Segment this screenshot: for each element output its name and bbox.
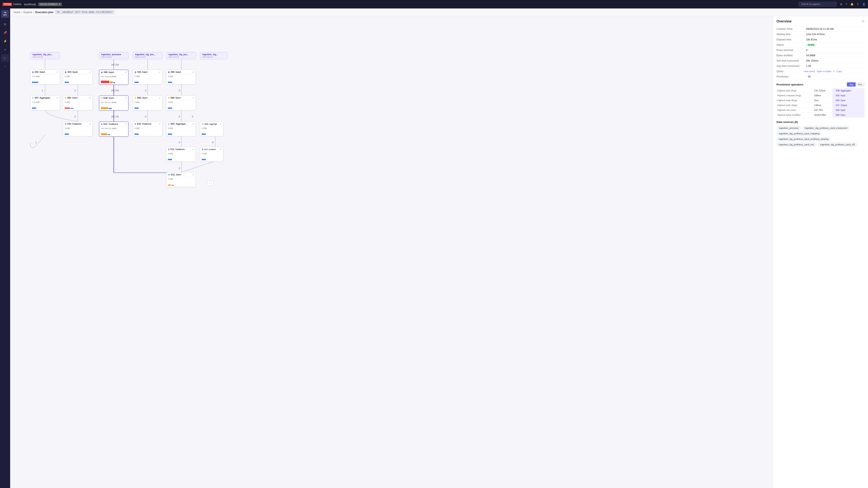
panel-header: Overview ↻ — [776, 20, 865, 23]
sidebar-icon-flow[interactable]: ⚡ — [1, 37, 9, 45]
copy-icon[interactable]: ⎘ — [833, 70, 835, 73]
status-label: Status: — [776, 44, 806, 46]
count-247763-2: 247,763 — [111, 89, 119, 92]
avg-slots-label: Avg slots consumed: — [776, 64, 806, 67]
svg-line-16 — [181, 161, 215, 172]
apps-icon[interactable]: ⠿ — [857, 3, 859, 6]
node-S1B[interactable]: ⇅ S1B: Sort+✓ 247,763 (17.4MiB) — [99, 95, 128, 111]
breadcrumb-current: Execution plan — [35, 11, 53, 14]
refresh-icon[interactable]: ↻ — [862, 20, 865, 23]
processes-row: Processes: 30 — [776, 74, 865, 79]
node-S03[interactable]: ◉ S03: Input✓ 0 (0B) — [63, 69, 93, 84]
count-0-s0c: 0 — [179, 116, 180, 118]
node-S07[interactable]: ⬡ S07: Aggregate✓ 1 (1.00B) — [30, 95, 60, 110]
metric-row-2: Highest read (Avg): 5ms S06: Input — [776, 98, 865, 103]
avg-toggle[interactable]: Avg — [847, 82, 856, 87]
right-panel: Overview ↻ Creation Time: 09/06/2023 02:… — [773, 16, 868, 488]
metrics-table: Highest wait (Avg): 13s 715ms S0B: Aggre… — [776, 88, 865, 117]
sidebar-icon-query[interactable]: ▷ — [1, 54, 9, 62]
metric-chip-0: S0B: Aggregate+ — [834, 89, 854, 92]
sidebar-icon-more[interactable]: ⋯ — [1, 63, 9, 70]
datasource-chip-4: ingestion_stg_protheus_carol_se1 — [776, 142, 817, 147]
node-S11[interactable]: ⊕ S11: Coalesce✓ 0 (0B) — [166, 147, 196, 162]
datasource-chip-5: ingestion_stg_protheus_carol_sf2 — [818, 142, 858, 147]
user-icon[interactable]: 👤 — [862, 3, 865, 6]
count-0-s15: 0 — [74, 116, 76, 118]
node-S0C[interactable]: ⬡ S0C: Aggregat...✓ 0 (0B) — [166, 121, 196, 136]
search-bar[interactable]: Ctrl+K to search... — [799, 2, 837, 7]
node-S0F[interactable]: ⇅ S0F: Sort+✓ 0 (0B) — [63, 95, 93, 110]
metric-label-0: Highest wait (Avg): — [776, 88, 813, 93]
sidebar-icon-table[interactable]: ≡ — [1, 46, 9, 53]
sidebar-icon-pin[interactable]: 📌 — [1, 29, 9, 36]
view-query-link[interactable]: View query — [804, 70, 815, 73]
bytes-shuffled-label: Bytes shuffled: — [776, 54, 806, 57]
slot-time-value: 28s 154ms — [806, 59, 818, 62]
node-S08[interactable]: ⇅ S08: Sort+✓ 0 (0B) — [166, 95, 196, 110]
datasource-chip-3: ingestion_stg_protheus_carol_protheus_sh… — [776, 137, 831, 141]
breadcrumb: Home / Explore / Execution plan ID: e664… — [10, 8, 868, 16]
datasources-section: Data sources (6) ingestion_arinvoice ing… — [776, 120, 865, 147]
node-S04[interactable]: ◉ S04: Input✓ 0 (0B) — [133, 69, 162, 84]
node-S12[interactable]: ⋈ S12: Join+✓ 0 (0B) — [166, 172, 196, 187]
count-1-bottom: 1 — [35, 141, 37, 144]
node-S15[interactable]: ⊕ S15: Coalesce✓ 0 (0B) — [63, 121, 93, 136]
sidebar-icon-grid[interactable]: ⊞ — [1, 20, 9, 28]
copy-link[interactable]: Copy — [837, 70, 842, 73]
processes-label: Processes: — [776, 75, 806, 78]
breadcrumb-explore[interactable]: Explore — [24, 11, 32, 14]
max-toggle[interactable]: Max — [856, 82, 865, 87]
elapsed-time-label: Elapsed time: — [776, 38, 806, 41]
metric-chip-2: S06: Input — [834, 99, 847, 102]
elapsed-time-value: 18s 81ms — [806, 38, 817, 41]
open-in-editor-link[interactable]: Open in Editor — [817, 70, 831, 73]
breadcrumb-home[interactable]: Home — [13, 11, 20, 14]
node-S0D[interactable]: ⬡ S0D: Aggrega✓ 0 (0B) — [200, 121, 223, 136]
node-S1C[interactable]: ⊕ S1C: Coalesce✓ 247,763 (17.4MiB) — [99, 121, 128, 137]
datasource-chip-0: ingestion_arinvoice — [776, 126, 801, 130]
avg-slots-value: 1.56 — [806, 64, 811, 67]
count-0-s08: 0 — [179, 89, 180, 92]
count-0-s12: 0 — [179, 167, 180, 170]
count-0-s16: 0 — [145, 116, 146, 118]
count-1: 1 — [42, 89, 43, 92]
datasources-list: ingestion_arinvoice ingestion_stg_prothe… — [776, 125, 865, 147]
metric-chip-4: S06: Input — [834, 109, 847, 112]
node-S00[interactable]: ◉ S00: Input✓ 0 (0B) — [166, 69, 196, 84]
node-S06[interactable]: ◉ S06: Input✓ 247,763 (19.8MiB) — [99, 69, 128, 85]
rows-returned-value: 0 — [806, 49, 808, 52]
bell-icon[interactable]: 🔔 — [850, 3, 854, 6]
fullscreen-button[interactable]: ⛶ — [208, 180, 213, 185]
panel-title: Overview — [776, 20, 792, 23]
processes-value: 30 — [808, 75, 810, 78]
node-S02[interactable]: ◉ S02: Input✓ 0 (1.00B) — [30, 69, 60, 84]
datasource-chip-1: ingestion_stg_protheus_carol_invoicexml — [803, 126, 849, 130]
count-0-s0d: 0 — [192, 116, 193, 118]
main-layout: TEDEV ⊞ 📌 ⚡ ≡ ▷ ⋯ Home / Explore / Execu… — [0, 8, 868, 488]
node-S0E[interactable]: ⇅ S0E: Sort+✓ 0 (0B) — [133, 95, 162, 110]
execution-id: ID: e66485a7-25f7-4fed-b60e-72c130328617 — [55, 10, 115, 14]
metric-row-0: Highest wait (Avg): 13s 715ms S0B: Aggre… — [776, 88, 865, 93]
slot-time-label: Slot time consumed: — [776, 59, 806, 62]
rows-returned-label: Rows returned: — [776, 49, 806, 52]
count-247763-3: 247,763 — [111, 116, 119, 118]
creation-time-label: Creation Time: — [776, 28, 806, 30]
datasource-chip-2: ingestion_stg_protheus_carol_mapping — [776, 132, 822, 136]
metric-row-5: Highest bytes shuffled: 20,812,092 S06: … — [776, 113, 865, 117]
help-icon[interactable]: ? — [845, 3, 847, 6]
grid-icon[interactable]: ⊞ — [840, 3, 842, 6]
graph-canvas[interactable]: ingestion_stg_pro... Data Source ingesti… — [10, 16, 773, 488]
node-S16[interactable]: ⊕ S16: Coalesce✓ 0 (0B) — [133, 121, 162, 136]
waiting-time-value: 1min 53s 874ms — [806, 33, 825, 36]
logo: TOTVS CAROL — [3, 3, 22, 6]
waiting-time-label: Waiting time: — [776, 33, 806, 36]
metric-label-1: Highest compute (Avg): — [776, 93, 813, 98]
avatar: TEDEV — [1, 10, 9, 18]
environment-badge[interactable]: DEVELOPMENT ▾ — [38, 3, 62, 6]
metric-value-0: 13s 715ms — [813, 88, 832, 93]
metric-label-5: Highest bytes shuffled: — [776, 113, 813, 117]
content-area: Home / Explore / Execution plan ID: e664… — [10, 8, 868, 488]
bytes-shuffled-value: 54.8MiB — [806, 54, 815, 57]
node-S17[interactable]: ⊕ S17: Coalesc✓ 0 (0B) — [200, 147, 223, 162]
count-0-s11: 0 — [179, 141, 180, 144]
